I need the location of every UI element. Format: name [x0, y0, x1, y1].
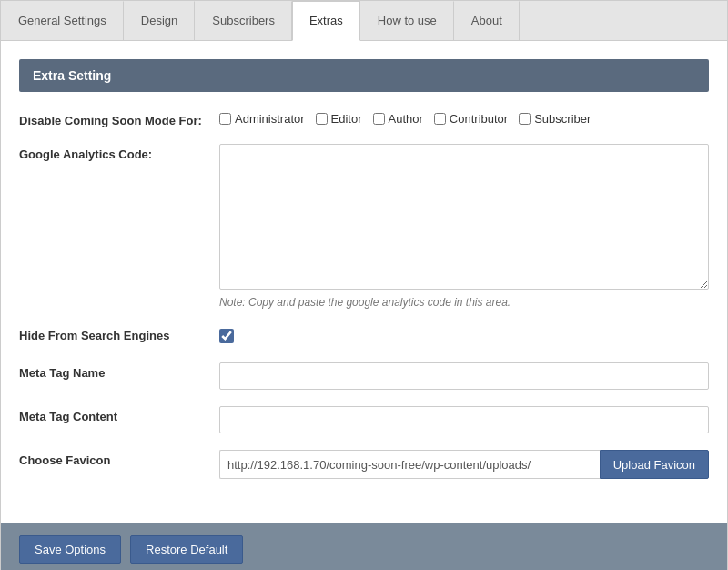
checkbox-group: Administrator Editor Author Contributor [219, 110, 709, 126]
footer-bar: Save Options Restore Default [1, 523, 727, 570]
section-title: Extra Setting [33, 68, 111, 83]
favicon-url-input[interactable] [219, 450, 600, 479]
analytics-label: Google Analytics Code: [19, 144, 219, 161]
hide-engines-field [219, 325, 709, 346]
role-subscriber[interactable]: Subscriber [519, 112, 591, 126]
hide-engines-label: Hide From Search Engines [19, 325, 219, 342]
hide-engines-row: Hide From Search Engines [19, 325, 709, 346]
upload-favicon-button[interactable]: Upload Favicon [600, 450, 709, 479]
checkbox-editor[interactable] [316, 113, 328, 125]
meta-tag-content-label: Meta Tag Content [19, 406, 219, 423]
checkbox-author[interactable] [373, 113, 385, 125]
save-options-button[interactable]: Save Options [19, 535, 121, 564]
favicon-input-group: Upload Favicon [219, 450, 709, 479]
restore-default-button[interactable]: Restore Default [130, 535, 243, 564]
meta-tag-name-label: Meta Tag Name [19, 362, 219, 380]
disable-coming-soon-row: Disable Coming Soon Mode For: Administra… [19, 110, 709, 127]
analytics-note: Note: Copy and paste the google analytic… [219, 296, 709, 309]
meta-tag-content-row: Meta Tag Content [19, 406, 709, 433]
tab-general-settings[interactable]: General Settings [1, 1, 124, 40]
role-contributor[interactable]: Contributor [434, 112, 508, 126]
tab-design[interactable]: Design [124, 1, 195, 40]
analytics-textarea[interactable] [219, 144, 709, 290]
role-administrator-label: Administrator [235, 112, 305, 126]
content-area: Extra Setting Disable Coming Soon Mode F… [1, 41, 727, 514]
role-editor-label: Editor [331, 112, 362, 126]
role-author[interactable]: Author [373, 112, 423, 126]
tab-about[interactable]: About [454, 1, 520, 40]
role-editor[interactable]: Editor [316, 112, 362, 126]
disable-label: Disable Coming Soon Mode For: [19, 110, 219, 127]
section-header: Extra Setting [19, 59, 709, 92]
meta-tag-name-row: Meta Tag Name [19, 362, 709, 390]
analytics-field: Note: Copy and paste the google analytic… [219, 144, 709, 309]
roles-checkboxes: Administrator Editor Author Contributor [219, 110, 709, 126]
analytics-row: Google Analytics Code: Note: Copy and pa… [19, 144, 709, 309]
checkbox-subscriber[interactable] [519, 113, 531, 125]
favicon-label: Choose Favicon [19, 450, 219, 467]
role-subscriber-label: Subscriber [534, 112, 591, 126]
role-author-label: Author [389, 112, 423, 126]
hide-engines-checkbox[interactable] [219, 329, 234, 343]
role-contributor-label: Contributor [450, 112, 508, 126]
favicon-field: Upload Favicon [219, 450, 709, 479]
meta-tag-content-input[interactable] [219, 406, 709, 433]
main-container: General Settings Design Subscribers Extr… [0, 0, 728, 570]
meta-tag-name-field [219, 362, 709, 390]
tab-subscribers[interactable]: Subscribers [195, 1, 292, 40]
checkbox-administrator[interactable] [219, 113, 231, 125]
tab-bar: General Settings Design Subscribers Extr… [1, 1, 727, 41]
favicon-row: Choose Favicon Upload Favicon [19, 450, 709, 479]
tab-how-to-use[interactable]: How to use [360, 1, 454, 40]
meta-tag-content-field [219, 406, 709, 433]
role-administrator[interactable]: Administrator [219, 112, 305, 126]
meta-tag-name-input[interactable] [219, 362, 709, 390]
tab-extras[interactable]: Extras [292, 1, 360, 41]
checkbox-contributor[interactable] [434, 113, 446, 125]
